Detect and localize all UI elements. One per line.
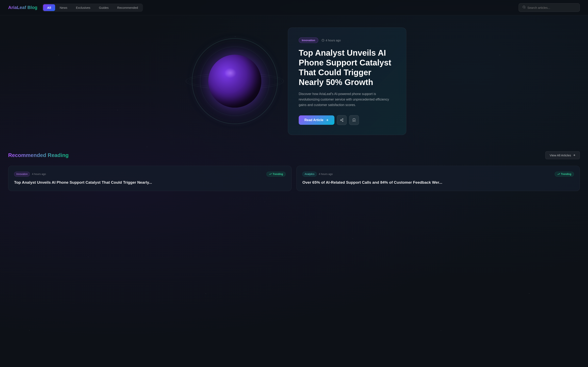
article-2-title: Over 65% of AI-Related Support Calls and…	[302, 180, 574, 185]
nav-left: AriaLeaf Blog All News Exclusives Guides…	[8, 3, 143, 12]
tab-news[interactable]: News	[56, 4, 71, 11]
hero-section: Innovation 4 hours ago Top Analyst Unvei…	[0, 15, 588, 147]
logo: AriaLeaf Blog	[8, 5, 37, 10]
arrow-right-small-icon	[573, 154, 576, 157]
tab-exclusives[interactable]: Exclusives	[72, 4, 95, 11]
article-1-time: 4 hours ago	[32, 173, 46, 175]
hero-time: 4 hours ago	[321, 39, 341, 42]
article-1-trending: Trending	[267, 172, 286, 176]
articles-grid: Innovation 4 hours ago Trending Top Anal…	[8, 166, 580, 191]
hero-meta: Innovation 4 hours ago	[299, 38, 396, 43]
hero-visual	[182, 32, 288, 130]
svg-point-2	[342, 118, 343, 119]
hero-card: Innovation 4 hours ago Top Analyst Unvei…	[288, 27, 406, 135]
svg-point-3	[340, 119, 341, 120]
svg-point-4	[342, 121, 343, 122]
trending-icon-2	[557, 173, 560, 175]
bookmark-button[interactable]	[349, 115, 359, 125]
bookmark-icon	[352, 118, 356, 122]
read-article-button[interactable]: Read Article	[299, 115, 334, 125]
search-bar[interactable]	[519, 3, 580, 12]
article-2-badge: Analytics	[302, 172, 317, 176]
nav-tabs: All News Exclusives Guides Recommended	[42, 3, 143, 12]
section-title: Recommended Reading	[8, 152, 69, 158]
hero-description: Discover how AriaLeaf's AI-powered phone…	[299, 91, 396, 108]
article-1-title: Top Analyst Unveils AI Phone Support Cat…	[14, 180, 286, 185]
tab-recommended[interactable]: Recommended	[113, 4, 142, 11]
tab-all[interactable]: All	[43, 4, 55, 11]
search-input[interactable]	[527, 6, 576, 9]
arrow-right-icon	[325, 118, 329, 122]
article-card-2-meta: Analytics 4 hours ago Trending	[302, 172, 574, 176]
hero-title: Top Analyst Unveils AI Phone Support Cat…	[299, 48, 396, 87]
hero-actions: Read Article	[299, 115, 396, 125]
planet-sphere	[208, 55, 261, 108]
svg-line-5	[341, 120, 342, 121]
svg-point-0	[523, 6, 525, 8]
recommended-section: Recommended Reading View All Articles In…	[0, 147, 588, 203]
share-button[interactable]	[337, 115, 347, 125]
trending-icon-1	[269, 173, 272, 175]
article-card-1-meta: Innovation 4 hours ago Trending	[14, 172, 286, 176]
navbar: AriaLeaf Blog All News Exclusives Guides…	[0, 0, 588, 15]
tab-guides[interactable]: Guides	[95, 4, 113, 11]
search-icon	[522, 6, 526, 9]
article-2-time: 4 hours ago	[319, 173, 333, 175]
view-all-button[interactable]: View All Articles	[545, 151, 580, 159]
recommended-header: Recommended Reading View All Articles	[8, 151, 580, 159]
article-card-2[interactable]: Analytics 4 hours ago Trending Over 65% …	[296, 166, 580, 191]
clock-icon	[321, 39, 324, 42]
share-icon	[340, 118, 344, 122]
article-card-1[interactable]: Innovation 4 hours ago Trending Top Anal…	[8, 166, 292, 191]
article-2-trending: Trending	[555, 172, 574, 176]
svg-line-6	[341, 119, 342, 120]
hero-badge: Innovation	[299, 38, 318, 43]
article-1-badge: Innovation	[14, 172, 30, 176]
